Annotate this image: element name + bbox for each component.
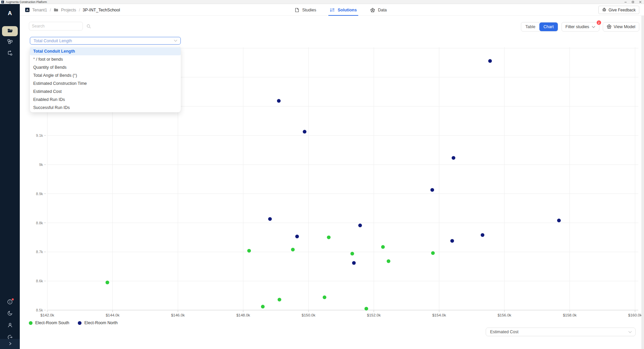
- window-title: Augmenta Construction Platform: [6, 0, 47, 4]
- view-model-button[interactable]: View Model: [603, 22, 639, 32]
- close-icon[interactable]: [637, 0, 644, 4]
- scrollbar[interactable]: [641, 15, 644, 349]
- tab-data[interactable]: Data: [370, 4, 387, 16]
- solutions-flow-icon: [330, 8, 335, 12]
- y-tick-label: 8.6k: [36, 279, 43, 283]
- data-point[interactable]: [327, 235, 331, 239]
- data-point[interactable]: [351, 252, 354, 255]
- x-tick-label: $150.0k: [302, 313, 315, 317]
- folder-open-icon: [7, 28, 13, 35]
- data-point[interactable]: [387, 259, 390, 263]
- data-point[interactable]: [277, 99, 281, 103]
- sidebar-expand[interactable]: [0, 339, 20, 349]
- data-point[interactable]: [481, 233, 484, 237]
- filter-studies-button[interactable]: Filter studies 2: [561, 22, 599, 32]
- data-point[interactable]: [303, 130, 307, 133]
- view-controls: Table Chart Filter studies 2: [521, 22, 639, 32]
- data-point[interactable]: [352, 261, 356, 265]
- toolbar: Table Chart Filter studies 2: [20, 16, 644, 33]
- x-tick-label: $158.0k: [563, 313, 577, 317]
- tenant-logo-icon: A: [25, 8, 30, 12]
- x-axis-select[interactable]: Estimated Cost: [486, 328, 636, 336]
- legend-item[interactable]: Elect-Room South: [29, 321, 69, 325]
- chevron-down-icon: [174, 40, 177, 42]
- data-point[interactable]: [323, 295, 326, 299]
- data-point[interactable]: [431, 251, 435, 255]
- sidebar-item-flows[interactable]: [0, 50, 20, 56]
- user-icon: [7, 323, 13, 328]
- data-point[interactable]: [452, 156, 455, 160]
- breadcrumb-projects[interactable]: Projects: [61, 8, 76, 12]
- sidebar-logo: A: [0, 10, 20, 17]
- metric-option[interactable]: Enabled Run IDs: [30, 96, 181, 104]
- legend-dot: [78, 321, 82, 325]
- view-toggle: Table Chart: [521, 22, 558, 32]
- search-input[interactable]: [29, 24, 87, 28]
- metric-select-value: Total Conduit Length: [30, 39, 174, 43]
- legend-item[interactable]: Elect-Room North: [78, 321, 117, 325]
- metric-option[interactable]: Estimated Construction Time: [30, 79, 181, 88]
- metric-option[interactable]: Total Conduit Length: [30, 47, 181, 55]
- give-feedback-button[interactable]: Give Feedback: [598, 6, 639, 14]
- data-point[interactable]: [557, 219, 561, 222]
- minimize-icon[interactable]: [622, 0, 629, 4]
- model-pentagon-icon: [607, 24, 611, 30]
- table-view-button[interactable]: Table: [521, 22, 539, 31]
- breadcrumb-separator: /: [50, 8, 51, 12]
- tab-label: Studies: [302, 8, 316, 12]
- metric-option[interactable]: Total Angle of Bends (°): [30, 71, 181, 79]
- sidebar-item-info[interactable]: [0, 299, 20, 305]
- sidebar-item-theme[interactable]: [0, 310, 20, 316]
- chart-legend: Elect-Room SouthElect-Room North: [29, 321, 118, 325]
- header: A Tenant1 / Projects / 3P-INT_TechSchool…: [20, 4, 644, 16]
- x-tick-label: $154.0k: [432, 313, 446, 317]
- data-point[interactable]: [430, 188, 434, 192]
- chart-view-button[interactable]: Chart: [539, 22, 558, 31]
- metric-option[interactable]: ° / foot or bends: [30, 55, 181, 63]
- tab-studies[interactable]: Studies: [295, 4, 316, 16]
- sidebar-item-account[interactable]: [0, 323, 20, 328]
- view-model-label: View Model: [614, 24, 635, 29]
- data-point[interactable]: [381, 245, 385, 249]
- metric-option[interactable]: Estimated Cost: [30, 88, 181, 96]
- tab-solutions[interactable]: Solutions: [330, 4, 357, 16]
- data-point[interactable]: [488, 59, 492, 63]
- metric-option[interactable]: Quantity of Bends: [30, 63, 181, 71]
- data-point[interactable]: [278, 298, 281, 301]
- window-controls: [622, 0, 644, 4]
- data-point[interactable]: [295, 235, 299, 238]
- metric-option[interactable]: Successful Run IDs: [30, 104, 181, 112]
- breadcrumb-tenant[interactable]: Tenant1: [32, 8, 47, 12]
- app-window: 8.5k8.6k8.7k8.8k8.9k9k9.1k9.2k9.3k9.4k$1…: [0, 0, 644, 349]
- sidebar-item-tables[interactable]: [0, 39, 20, 45]
- x-tick-label: $146.0k: [171, 313, 185, 317]
- maximize-icon[interactable]: [629, 0, 637, 4]
- moon-icon: [7, 310, 13, 316]
- app-logo-icon: A: [1, 1, 4, 3]
- data-point[interactable]: [291, 248, 295, 251]
- data-point[interactable]: [358, 224, 362, 227]
- data-point[interactable]: [261, 305, 265, 308]
- x-axis-select-value: Estimated Cost: [486, 330, 628, 334]
- data-point[interactable]: [365, 307, 368, 310]
- breadcrumb-separator: /: [79, 8, 80, 12]
- data-point[interactable]: [450, 239, 454, 243]
- x-tick-label: $160.0k: [628, 313, 642, 317]
- flow-icon: [7, 50, 13, 56]
- bug-icon: [602, 7, 606, 13]
- x-tick-label: $156.0k: [497, 313, 511, 317]
- sidebar-item-projects[interactable]: [2, 26, 18, 36]
- y-tick-label: 8.7k: [36, 250, 43, 254]
- y-tick-label: 8.9k: [36, 192, 43, 196]
- data-point[interactable]: [106, 281, 109, 284]
- data-point[interactable]: [247, 249, 251, 252]
- metric-select[interactable]: Total Conduit Length: [30, 37, 181, 45]
- info-icon: [7, 299, 13, 305]
- breadcrumb: A Tenant1 / Projects / 3P-INT_TechSchool: [25, 4, 120, 16]
- file-icon: [295, 8, 299, 12]
- tab-label: Data: [378, 8, 387, 12]
- data-point[interactable]: [268, 217, 272, 221]
- y-tick-label: 8.5k: [36, 308, 43, 312]
- y-tick-label: 9k: [39, 163, 43, 167]
- filter-studies-label: Filter studies: [566, 24, 589, 29]
